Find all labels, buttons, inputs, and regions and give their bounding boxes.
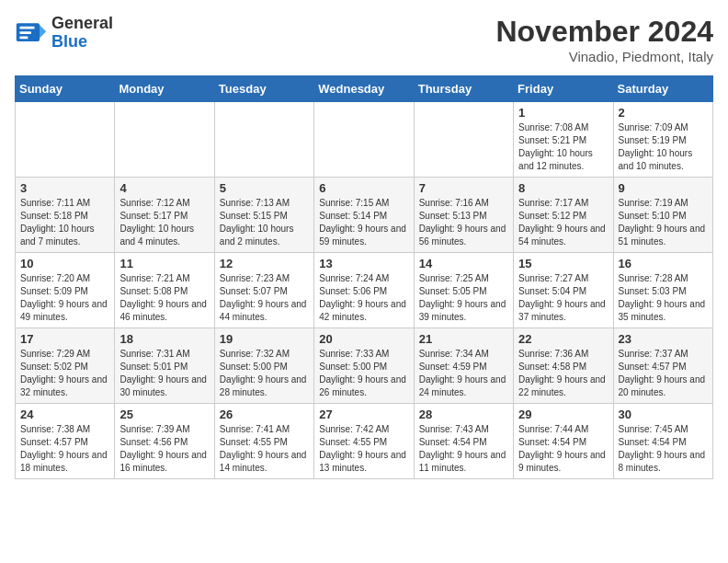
- calendar-cell: 28Sunrise: 7:43 AM Sunset: 4:54 PM Dayli…: [414, 404, 513, 479]
- day-info: Sunrise: 7:16 AM Sunset: 5:13 PM Dayligh…: [419, 197, 508, 248]
- day-info: Sunrise: 7:38 AM Sunset: 4:57 PM Dayligh…: [20, 423, 109, 475]
- day-info: Sunrise: 7:15 AM Sunset: 5:14 PM Dayligh…: [319, 197, 408, 248]
- calendar-cell: 8Sunrise: 7:17 AM Sunset: 5:12 PM Daylig…: [514, 178, 613, 253]
- weekday-header: Monday: [115, 76, 214, 102]
- day-info: Sunrise: 7:09 AM Sunset: 5:19 PM Dayligh…: [619, 121, 708, 173]
- calendar-cell: 3Sunrise: 7:11 AM Sunset: 5:18 PM Daylig…: [16, 178, 115, 253]
- calendar-week-row: 10Sunrise: 7:20 AM Sunset: 5:09 PM Dayli…: [16, 253, 713, 328]
- svg-rect-4: [19, 36, 28, 39]
- day-number: 1: [518, 106, 608, 120]
- weekday-header: Saturday: [613, 76, 712, 102]
- day-info: Sunrise: 7:23 AM Sunset: 5:07 PM Dayligh…: [220, 272, 309, 324]
- page-header: General Blue November 2024 Vinadio, Pied…: [15, 15, 713, 64]
- day-number: 15: [518, 257, 608, 270]
- weekday-header-row: SundayMondayTuesdayWednesdayThursdayFrid…: [16, 76, 713, 102]
- day-info: Sunrise: 7:29 AM Sunset: 5:02 PM Dayligh…: [20, 348, 109, 399]
- calendar-cell: 10Sunrise: 7:20 AM Sunset: 5:09 PM Dayli…: [16, 253, 115, 328]
- day-info: Sunrise: 7:25 AM Sunset: 5:05 PM Dayligh…: [419, 272, 508, 324]
- location-subtitle: Vinadio, Piedmont, Italy: [495, 49, 713, 64]
- day-info: Sunrise: 7:12 AM Sunset: 5:17 PM Dayligh…: [119, 197, 209, 248]
- day-number: 24: [20, 408, 109, 421]
- day-info: Sunrise: 7:41 AM Sunset: 4:55 PM Dayligh…: [220, 423, 309, 475]
- day-number: 28: [419, 408, 508, 421]
- weekday-header: Friday: [514, 76, 613, 102]
- day-info: Sunrise: 7:31 AM Sunset: 5:01 PM Dayligh…: [119, 348, 209, 399]
- day-number: 14: [419, 257, 508, 270]
- day-number: 3: [20, 181, 109, 195]
- calendar-cell: [414, 102, 513, 178]
- calendar-cell: 17Sunrise: 7:29 AM Sunset: 5:02 PM Dayli…: [16, 328, 115, 404]
- calendar-cell: 18Sunrise: 7:31 AM Sunset: 5:01 PM Dayli…: [115, 328, 214, 404]
- day-info: Sunrise: 7:13 AM Sunset: 5:15 PM Dayligh…: [220, 197, 309, 248]
- day-info: Sunrise: 7:17 AM Sunset: 5:12 PM Dayligh…: [518, 197, 608, 248]
- svg-rect-2: [19, 27, 34, 29]
- calendar-cell: [115, 102, 214, 178]
- calendar-cell: 2Sunrise: 7:09 AM Sunset: 5:19 PM Daylig…: [613, 102, 712, 178]
- day-number: 8: [518, 181, 608, 195]
- day-info: Sunrise: 7:21 AM Sunset: 5:08 PM Dayligh…: [119, 272, 209, 324]
- day-number: 16: [619, 257, 708, 270]
- day-number: 25: [119, 408, 209, 421]
- calendar-cell: 20Sunrise: 7:33 AM Sunset: 5:00 PM Dayli…: [314, 328, 414, 404]
- calendar-cell: 24Sunrise: 7:38 AM Sunset: 4:57 PM Dayli…: [16, 404, 115, 479]
- calendar-cell: 11Sunrise: 7:21 AM Sunset: 5:08 PM Dayli…: [115, 253, 214, 328]
- day-info: Sunrise: 7:33 AM Sunset: 5:00 PM Dayligh…: [319, 348, 408, 399]
- weekday-header: Thursday: [414, 76, 513, 102]
- calendar-week-row: 1Sunrise: 7:08 AM Sunset: 5:21 PM Daylig…: [16, 102, 713, 178]
- calendar-table: SundayMondayTuesdayWednesdayThursdayFrid…: [15, 75, 713, 479]
- calendar-cell: 25Sunrise: 7:39 AM Sunset: 4:56 PM Dayli…: [115, 404, 214, 479]
- day-info: Sunrise: 7:34 AM Sunset: 4:59 PM Dayligh…: [419, 348, 508, 399]
- logo-blue: Blue: [51, 33, 113, 52]
- calendar-cell: 27Sunrise: 7:42 AM Sunset: 4:55 PM Dayli…: [314, 404, 414, 479]
- day-info: Sunrise: 7:37 AM Sunset: 4:57 PM Dayligh…: [619, 348, 708, 399]
- calendar-week-row: 17Sunrise: 7:29 AM Sunset: 5:02 PM Dayli…: [16, 328, 713, 404]
- day-info: Sunrise: 7:19 AM Sunset: 5:10 PM Dayligh…: [619, 197, 708, 248]
- calendar-cell: 13Sunrise: 7:24 AM Sunset: 5:06 PM Dayli…: [314, 253, 414, 328]
- logo-text: General Blue: [51, 15, 113, 52]
- day-number: 27: [319, 408, 408, 421]
- day-info: Sunrise: 7:08 AM Sunset: 5:21 PM Dayligh…: [518, 121, 608, 173]
- weekday-header: Wednesday: [314, 76, 414, 102]
- calendar-cell: [16, 102, 115, 178]
- day-number: 19: [220, 332, 309, 346]
- day-number: 12: [220, 257, 309, 270]
- day-number: 2: [619, 106, 708, 120]
- day-number: 5: [220, 181, 309, 195]
- calendar-cell: 26Sunrise: 7:41 AM Sunset: 4:55 PM Dayli…: [214, 404, 313, 479]
- calendar-cell: 29Sunrise: 7:44 AM Sunset: 4:54 PM Dayli…: [514, 404, 613, 479]
- day-number: 29: [518, 408, 608, 421]
- calendar-week-row: 24Sunrise: 7:38 AM Sunset: 4:57 PM Dayli…: [16, 404, 713, 479]
- calendar-cell: 22Sunrise: 7:36 AM Sunset: 4:58 PM Dayli…: [514, 328, 613, 404]
- weekday-header: Tuesday: [214, 76, 313, 102]
- calendar-cell: 4Sunrise: 7:12 AM Sunset: 5:17 PM Daylig…: [115, 178, 214, 253]
- title-block: November 2024 Vinadio, Piedmont, Italy: [495, 15, 713, 64]
- calendar-cell: 14Sunrise: 7:25 AM Sunset: 5:05 PM Dayli…: [414, 253, 513, 328]
- calendar-cell: [314, 102, 414, 178]
- calendar-cell: 19Sunrise: 7:32 AM Sunset: 5:00 PM Dayli…: [214, 328, 313, 404]
- weekday-header: Sunday: [16, 76, 115, 102]
- day-number: 21: [419, 332, 508, 346]
- calendar-cell: 1Sunrise: 7:08 AM Sunset: 5:21 PM Daylig…: [514, 102, 613, 178]
- calendar-cell: 9Sunrise: 7:19 AM Sunset: 5:10 PM Daylig…: [613, 178, 712, 253]
- day-number: 22: [518, 332, 608, 346]
- day-number: 4: [119, 181, 209, 195]
- day-number: 13: [319, 257, 408, 270]
- day-number: 17: [20, 332, 109, 346]
- day-info: Sunrise: 7:28 AM Sunset: 5:03 PM Dayligh…: [619, 272, 708, 324]
- calendar-cell: 30Sunrise: 7:45 AM Sunset: 4:54 PM Dayli…: [613, 404, 712, 479]
- day-info: Sunrise: 7:39 AM Sunset: 4:56 PM Dayligh…: [119, 423, 209, 475]
- day-info: Sunrise: 7:20 AM Sunset: 5:09 PM Dayligh…: [20, 272, 109, 324]
- day-number: 18: [119, 332, 209, 346]
- calendar-cell: 6Sunrise: 7:15 AM Sunset: 5:14 PM Daylig…: [314, 178, 414, 253]
- day-info: Sunrise: 7:45 AM Sunset: 4:54 PM Dayligh…: [619, 423, 708, 475]
- calendar-cell: [214, 102, 313, 178]
- calendar-cell: 5Sunrise: 7:13 AM Sunset: 5:15 PM Daylig…: [214, 178, 313, 253]
- day-number: 26: [220, 408, 309, 421]
- day-number: 11: [119, 257, 209, 270]
- calendar-cell: 16Sunrise: 7:28 AM Sunset: 5:03 PM Dayli…: [613, 253, 712, 328]
- calendar-cell: 21Sunrise: 7:34 AM Sunset: 4:59 PM Dayli…: [414, 328, 513, 404]
- day-number: 10: [20, 257, 109, 270]
- day-number: 30: [619, 408, 708, 421]
- svg-marker-1: [40, 25, 46, 38]
- day-info: Sunrise: 7:43 AM Sunset: 4:54 PM Dayligh…: [419, 423, 508, 475]
